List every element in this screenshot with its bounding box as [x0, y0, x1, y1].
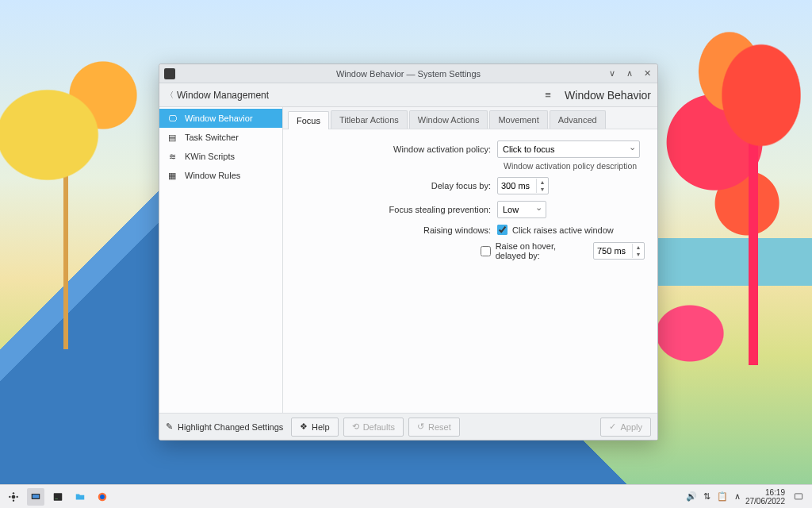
raise-hover-label: Raise on hover, delayed by:: [496, 241, 588, 260]
spin-down-icon[interactable]: ▼: [633, 251, 644, 258]
taskbar-settings-icon[interactable]: [27, 488, 44, 506]
undo-icon: ⟲: [352, 421, 359, 432]
page-title: Window Behavior: [565, 89, 651, 102]
taskbar-terminal-icon[interactable]: _: [49, 488, 67, 506]
svg-point-3: [13, 492, 14, 494]
app-launcher-icon[interactable]: [5, 488, 22, 506]
raise-hover-delay-spinner[interactable]: ▲▼: [593, 242, 645, 260]
spin-down-icon[interactable]: ▼: [537, 186, 548, 193]
sidebar-item-label: Window Behavior: [185, 114, 253, 123]
stack-icon: ▤: [166, 132, 178, 143]
raise-hover-checkbox[interactable]: [481, 246, 491, 256]
minimize-icon[interactable]: ∨: [605, 67, 619, 80]
sidebar: 🖵 Window Behavior ▤ Task Switcher ≋ KWin…: [159, 107, 283, 413]
sidebar-item-kwin-scripts[interactable]: ≋ KWin Scripts: [159, 147, 282, 166]
tab-window-actions[interactable]: Window Actions: [409, 110, 488, 129]
spin-up-icon[interactable]: ▲: [633, 244, 644, 251]
tab-focus[interactable]: Focus: [288, 111, 329, 129]
focus-form: Window activation policy: Click to focus…: [283, 129, 657, 413]
taskbar: _ 🔊 ⇅ 📋 ∧ 16:19 27/06/2022: [0, 484, 812, 508]
svg-point-2: [17, 495, 18, 497]
svg-text:_: _: [55, 494, 59, 498]
taskbar-firefox-icon[interactable]: [94, 488, 111, 506]
window-footer: ✎ Highlight Changed Settings ❖Help ⟲Defa…: [159, 413, 657, 440]
help-icon: ❖: [300, 421, 308, 432]
svg-rect-6: [33, 495, 39, 498]
taskbar-clock[interactable]: 16:19 27/06/2022: [745, 488, 785, 506]
delay-focus-label: Delay focus by:: [283, 181, 497, 190]
tray-chevron-icon[interactable]: ∧: [734, 491, 741, 502]
svg-rect-11: [795, 493, 802, 498]
raise-hover-delay-input[interactable]: [594, 246, 632, 256]
highlight-changed-label: Highlight Changed Settings: [178, 422, 283, 432]
rules-icon: ▦: [166, 170, 178, 181]
raising-windows-label: Raising windows:: [283, 225, 497, 235]
titlebar[interactable]: Window Behavior — System Settings ∨ ∧ ✕: [159, 64, 657, 83]
activation-policy-desc: Window activation policy description: [504, 161, 645, 171]
sidebar-item-label: KWin Scripts: [185, 152, 235, 161]
sidebar-item-window-rules[interactable]: ▦ Window Rules: [159, 166, 282, 185]
hamburger-icon[interactable]: ≡: [541, 89, 555, 101]
svg-point-4: [13, 499, 14, 501]
monitor-icon: 🖵: [166, 113, 178, 124]
reset-icon: ↺: [417, 421, 424, 432]
network-icon[interactable]: ⇅: [703, 491, 710, 502]
taskbar-files-icon[interactable]: [71, 488, 89, 506]
breadcrumb: Window Management: [177, 90, 269, 101]
svg-point-10: [100, 495, 105, 499]
sidebar-item-task-switcher[interactable]: ▤ Task Switcher: [159, 128, 282, 147]
settings-window: Window Behavior — System Settings ∨ ∧ ✕ …: [159, 64, 658, 441]
clock-time: 16:19: [745, 488, 785, 497]
tab-bar: Focus Titlebar Actions Window Actions Mo…: [283, 107, 657, 129]
highlight-changed-toggle[interactable]: ✎ Highlight Changed Settings: [166, 421, 285, 432]
raise-click-checkbox[interactable]: [497, 225, 508, 235]
spin-up-icon[interactable]: ▲: [537, 179, 548, 186]
back-button[interactable]: 〈 Window Management: [166, 90, 269, 101]
help-button[interactable]: ❖Help: [291, 418, 339, 437]
app-icon: [164, 68, 175, 79]
header-row: 〈 Window Management ≡ Window Behavior: [159, 83, 657, 107]
sidebar-item-label: Task Switcher: [185, 133, 239, 142]
tab-titlebar-actions[interactable]: Titlebar Actions: [331, 110, 408, 129]
check-icon: ✓: [609, 421, 616, 432]
tab-advanced[interactable]: Advanced: [550, 110, 606, 129]
maximize-icon[interactable]: ∧: [622, 67, 637, 80]
script-icon: ≋: [166, 151, 178, 162]
defaults-button[interactable]: ⟲Defaults: [343, 418, 404, 437]
pencil-icon: ✎: [166, 421, 173, 432]
sidebar-item-window-behavior[interactable]: 🖵 Window Behavior: [159, 109, 282, 128]
focus-steal-label: Focus stealing prevention:: [283, 205, 497, 214]
close-icon[interactable]: ✕: [640, 67, 654, 80]
clipboard-icon[interactable]: 📋: [717, 491, 728, 502]
volume-icon[interactable]: 🔊: [686, 491, 697, 502]
show-desktop-icon[interactable]: [790, 488, 807, 506]
activation-policy-select[interactable]: Click to focus: [497, 140, 640, 158]
activation-policy-label: Window activation policy:: [283, 144, 497, 154]
delay-focus-spinner[interactable]: ▲▼: [497, 177, 549, 194]
svg-point-0: [12, 495, 16, 498]
chevron-left-icon: 〈: [166, 90, 174, 101]
tab-movement[interactable]: Movement: [489, 110, 547, 129]
delay-focus-input[interactable]: [498, 181, 536, 190]
clock-date: 27/06/2022: [745, 497, 785, 506]
reset-button[interactable]: ↺Reset: [408, 418, 460, 437]
raise-click-label: Click raises active window: [512, 225, 614, 235]
apply-button[interactable]: ✓Apply: [600, 418, 651, 437]
svg-point-1: [9, 495, 10, 497]
window-title: Window Behavior — System Settings: [336, 69, 481, 79]
focus-steal-select[interactable]: Low: [497, 201, 546, 218]
sidebar-item-label: Window Rules: [185, 171, 240, 180]
